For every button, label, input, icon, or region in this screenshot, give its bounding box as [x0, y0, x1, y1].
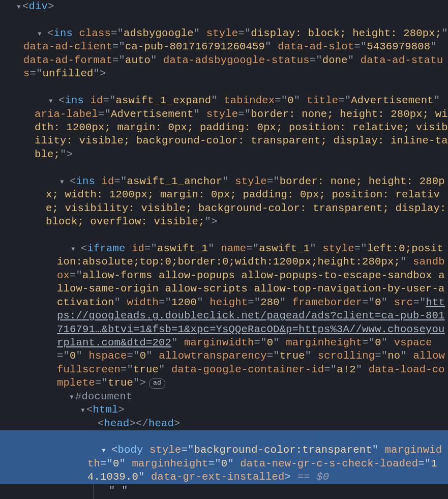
dom-tree: <div> <ins class="adsbygoogle" style="di… [0, 0, 448, 499]
expand-toggle[interactable] [36, 31, 43, 38]
expand-toggle[interactable] [58, 179, 66, 186]
expand-toggle[interactable] [70, 246, 77, 253]
node-html[interactable]: <html> [0, 403, 448, 417]
expand-toggle[interactable] [100, 447, 107, 455]
expand-toggle[interactable] [68, 394, 75, 401]
expand-toggle[interactable] [79, 407, 86, 415]
node-head[interactable]: <head></head> [0, 417, 448, 430]
node-body-selected[interactable]: <body style="background-color:transparen… [0, 430, 448, 484]
node-text[interactable]: " " [0, 484, 448, 497]
expand-toggle[interactable] [15, 4, 22, 11]
node-ins-anchor[interactable]: <ins id="aswift_1_anchor" style="border:… [0, 161, 448, 228]
node-div[interactable]: <div> [0, 0, 448, 13]
node-ins-ad[interactable]: <ins class="adsbygoogle" style="display:… [0, 13, 448, 80]
selected-marker: $0 [316, 471, 329, 483]
tree-guide-line [94, 484, 94, 499]
expand-toggle[interactable] [47, 98, 54, 105]
ad-badge: ad [149, 378, 165, 389]
node-iframe[interactable]: <iframe id="aswift_1" name="aswift_1" st… [0, 228, 448, 390]
node-document[interactable]: #document [0, 390, 448, 403]
node-ins-expand[interactable]: <ins id="aswift_1_expand" tabindex="0" t… [0, 81, 448, 162]
